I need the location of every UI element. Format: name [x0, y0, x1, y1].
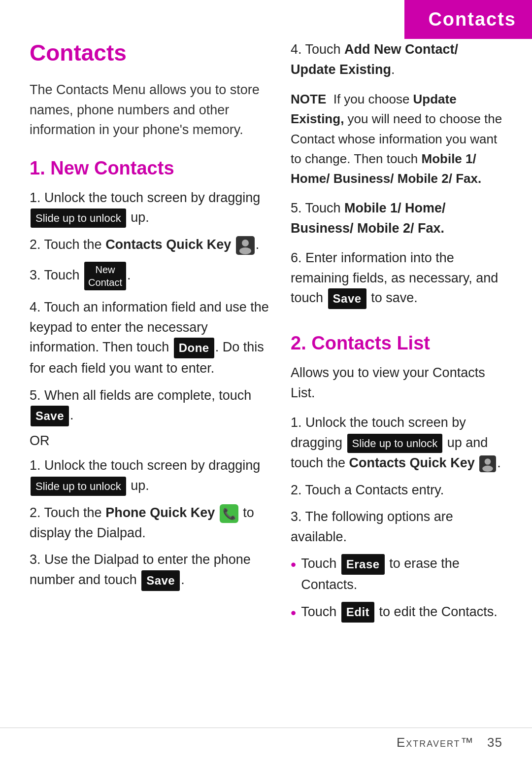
mobile-home-label: Mobile 1/ Home/ Business/ Mobile 2/ Fax.	[291, 201, 446, 236]
save-btn-1: Save	[31, 406, 69, 426]
section1-steps: 1. Unlock the touch screen by dragging S…	[30, 188, 271, 427]
edit-option-text: Touch Edit to edit the Contacts.	[301, 602, 498, 623]
slide-unlock-btn-3: Slide up to unlock	[347, 434, 443, 453]
step-1-4: 4. Touch an information field and use th…	[30, 297, 271, 378]
save-btn-3: Save	[328, 288, 366, 309]
add-new-contact-label: Add New Contact/ Update Existing	[291, 42, 458, 77]
footer-brand: Extravert™	[397, 735, 474, 750]
or-separator: OR	[30, 433, 271, 449]
svg-point-7	[482, 466, 493, 472]
left-column: Contacts The Contacts Menu allows you to…	[30, 39, 271, 631]
note-box: NOTE If you choose Update Existing, you …	[291, 89, 502, 188]
erase-btn: Erase	[341, 554, 385, 575]
section2-intro: Allows you to view your Contacts List.	[291, 363, 502, 403]
edit-btn: Edit	[341, 602, 374, 623]
done-btn: Done	[174, 338, 214, 358]
phone-quick-key-label: Phone Quick Key	[105, 505, 215, 520]
contacts-quick-key-label: Contacts Quick Key	[105, 237, 231, 252]
note-label: NOTE	[291, 92, 326, 106]
right-steps-1: 4. Touch Add New Contact/ Update Existin…	[291, 39, 502, 79]
right-step-4: 4. Touch Add New Contact/ Update Existin…	[291, 39, 502, 79]
mobile-options-ref: Mobile 1/ Home/ Business/ Mobile 2/ Fax.	[291, 151, 481, 186]
page-number: 35	[487, 735, 502, 750]
footer: Extravert™ 35	[0, 728, 532, 750]
bullet-edit: • Touch Edit to edit the Contacts.	[291, 602, 502, 625]
svg-text:📞: 📞	[222, 507, 236, 521]
intro-paragraph: The Contacts Menu allows you to store na…	[30, 80, 271, 140]
bullet-erase: • Touch Erase to erase the Contacts.	[291, 554, 502, 594]
or-step-1: 1. Unlock the touch screen by dragging S…	[30, 455, 271, 496]
svg-point-2	[239, 247, 251, 254]
section2-step-3: 3. The following options are available.	[291, 507, 502, 547]
step-1-3: 3. Touch NewContact.	[30, 262, 271, 290]
erase-option-text: Touch Erase to erase the Contacts.	[301, 554, 502, 594]
right-step-6: 6. Enter information into the remaining …	[291, 248, 502, 309]
step-1-2: 2. Touch the Contacts Quick Key .	[30, 235, 271, 255]
section2-heading: 2. Contacts List	[291, 333, 502, 354]
slide-unlock-btn-2: Slide up to unlock	[31, 477, 126, 496]
slide-unlock-btn-1: Slide up to unlock	[31, 209, 126, 228]
right-steps-2: 5. Touch Mobile 1/ Home/ Business/ Mobil…	[291, 198, 502, 238]
contacts-quick-key-label-2: Contacts Quick Key	[349, 455, 475, 470]
save-btn-2: Save	[141, 570, 180, 591]
main-content: Contacts The Contacts Menu allows you to…	[0, 0, 532, 661]
or-step-3: 3. Use the Dialpad to enter the phone nu…	[30, 550, 271, 591]
right-steps-3: 6. Enter information into the remaining …	[291, 248, 502, 309]
svg-point-6	[485, 458, 491, 465]
bullet-dot-2: •	[291, 601, 296, 625]
contacts-icon-2	[479, 455, 496, 472]
header-title: Contacts	[428, 9, 516, 30]
right-column: 4. Touch Add New Contact/ Update Existin…	[291, 39, 502, 631]
right-step-5: 5. Touch Mobile 1/ Home/ Business/ Mobil…	[291, 198, 502, 238]
or-steps: 1. Unlock the touch screen by dragging S…	[30, 455, 271, 591]
page-title: Contacts	[30, 39, 271, 66]
new-contact-btn: NewContact	[84, 262, 126, 290]
section2-steps: 1. Unlock the touch screen by dragging S…	[291, 413, 502, 547]
options-bullet-list: • Touch Erase to erase the Contacts. • T…	[291, 554, 502, 624]
step-1-1: 1. Unlock the touch screen by dragging S…	[30, 188, 271, 228]
footer-page: 35	[479, 735, 502, 750]
header-tab: Contacts	[404, 0, 532, 39]
svg-point-1	[242, 240, 249, 246]
section1-heading: 1. New Contacts	[30, 158, 271, 179]
phone-icon: 📞	[220, 504, 238, 523]
or-step-2: 2. Touch the Phone Quick Key 📞 to displa…	[30, 503, 271, 543]
section2-step-1: 1. Unlock the touch screen by dragging S…	[291, 413, 502, 473]
step-1-5: 5. When all fields are complete, touch S…	[30, 385, 271, 426]
trademark: ™	[461, 735, 474, 750]
brand-text: Extravert	[397, 735, 461, 750]
bullet-dot-1: •	[291, 553, 296, 576]
contacts-icon-1	[236, 236, 255, 255]
section2-step-2: 2. Touch a Contacts entry.	[291, 480, 502, 500]
